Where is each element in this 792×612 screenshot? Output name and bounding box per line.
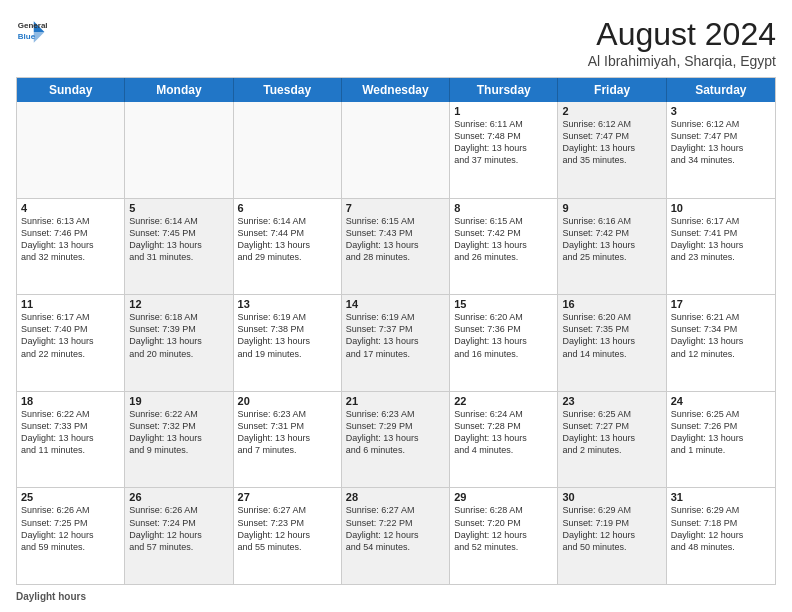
- day-number: 1: [454, 105, 553, 117]
- day-number: 26: [129, 491, 228, 503]
- calendar-week-2: 4Sunrise: 6:13 AM Sunset: 7:46 PM Daylig…: [17, 199, 775, 296]
- day-cell-2: 2Sunrise: 6:12 AM Sunset: 7:47 PM Daylig…: [558, 102, 666, 198]
- day-number: 15: [454, 298, 553, 310]
- day-info: Sunrise: 6:25 AM Sunset: 7:27 PM Dayligh…: [562, 408, 661, 457]
- day-number: 20: [238, 395, 337, 407]
- day-info: Sunrise: 6:21 AM Sunset: 7:34 PM Dayligh…: [671, 311, 771, 360]
- day-info: Sunrise: 6:26 AM Sunset: 7:24 PM Dayligh…: [129, 504, 228, 553]
- day-cell-20: 20Sunrise: 6:23 AM Sunset: 7:31 PM Dayli…: [234, 392, 342, 488]
- day-cell-12: 12Sunrise: 6:18 AM Sunset: 7:39 PM Dayli…: [125, 295, 233, 391]
- day-number: 23: [562, 395, 661, 407]
- day-cell-3: 3Sunrise: 6:12 AM Sunset: 7:47 PM Daylig…: [667, 102, 775, 198]
- day-number: 5: [129, 202, 228, 214]
- day-info: Sunrise: 6:12 AM Sunset: 7:47 PM Dayligh…: [671, 118, 771, 167]
- day-cell-14: 14Sunrise: 6:19 AM Sunset: 7:37 PM Dayli…: [342, 295, 450, 391]
- day-cell-17: 17Sunrise: 6:21 AM Sunset: 7:34 PM Dayli…: [667, 295, 775, 391]
- day-cell-15: 15Sunrise: 6:20 AM Sunset: 7:36 PM Dayli…: [450, 295, 558, 391]
- day-info: Sunrise: 6:27 AM Sunset: 7:22 PM Dayligh…: [346, 504, 445, 553]
- day-cell-28: 28Sunrise: 6:27 AM Sunset: 7:22 PM Dayli…: [342, 488, 450, 584]
- day-info: Sunrise: 6:16 AM Sunset: 7:42 PM Dayligh…: [562, 215, 661, 264]
- day-cell-31: 31Sunrise: 6:29 AM Sunset: 7:18 PM Dayli…: [667, 488, 775, 584]
- day-number: 10: [671, 202, 771, 214]
- day-of-week-thursday: Thursday: [450, 78, 558, 102]
- day-info: Sunrise: 6:17 AM Sunset: 7:41 PM Dayligh…: [671, 215, 771, 264]
- day-cell-10: 10Sunrise: 6:17 AM Sunset: 7:41 PM Dayli…: [667, 199, 775, 295]
- day-cell-30: 30Sunrise: 6:29 AM Sunset: 7:19 PM Dayli…: [558, 488, 666, 584]
- day-cell-13: 13Sunrise: 6:19 AM Sunset: 7:38 PM Dayli…: [234, 295, 342, 391]
- day-number: 16: [562, 298, 661, 310]
- day-cell-18: 18Sunrise: 6:22 AM Sunset: 7:33 PM Dayli…: [17, 392, 125, 488]
- day-number: 29: [454, 491, 553, 503]
- calendar-header: SundayMondayTuesdayWednesdayThursdayFrid…: [17, 78, 775, 102]
- day-number: 14: [346, 298, 445, 310]
- day-info: Sunrise: 6:15 AM Sunset: 7:43 PM Dayligh…: [346, 215, 445, 264]
- day-info: Sunrise: 6:19 AM Sunset: 7:37 PM Dayligh…: [346, 311, 445, 360]
- day-info: Sunrise: 6:29 AM Sunset: 7:18 PM Dayligh…: [671, 504, 771, 553]
- day-cell-26: 26Sunrise: 6:26 AM Sunset: 7:24 PM Dayli…: [125, 488, 233, 584]
- day-info: Sunrise: 6:22 AM Sunset: 7:33 PM Dayligh…: [21, 408, 120, 457]
- empty-cell: [234, 102, 342, 198]
- day-cell-23: 23Sunrise: 6:25 AM Sunset: 7:27 PM Dayli…: [558, 392, 666, 488]
- day-info: Sunrise: 6:29 AM Sunset: 7:19 PM Dayligh…: [562, 504, 661, 553]
- day-info: Sunrise: 6:27 AM Sunset: 7:23 PM Dayligh…: [238, 504, 337, 553]
- day-cell-25: 25Sunrise: 6:26 AM Sunset: 7:25 PM Dayli…: [17, 488, 125, 584]
- day-number: 4: [21, 202, 120, 214]
- day-number: 24: [671, 395, 771, 407]
- day-number: 6: [238, 202, 337, 214]
- day-info: Sunrise: 6:18 AM Sunset: 7:39 PM Dayligh…: [129, 311, 228, 360]
- day-cell-8: 8Sunrise: 6:15 AM Sunset: 7:42 PM Daylig…: [450, 199, 558, 295]
- day-info: Sunrise: 6:20 AM Sunset: 7:35 PM Dayligh…: [562, 311, 661, 360]
- day-cell-5: 5Sunrise: 6:14 AM Sunset: 7:45 PM Daylig…: [125, 199, 233, 295]
- day-of-week-friday: Friday: [558, 78, 666, 102]
- day-info: Sunrise: 6:24 AM Sunset: 7:28 PM Dayligh…: [454, 408, 553, 457]
- day-info: Sunrise: 6:28 AM Sunset: 7:20 PM Dayligh…: [454, 504, 553, 553]
- day-cell-6: 6Sunrise: 6:14 AM Sunset: 7:44 PM Daylig…: [234, 199, 342, 295]
- day-of-week-wednesday: Wednesday: [342, 78, 450, 102]
- title-block: August 2024 Al Ibrahimiyah, Sharqia, Egy…: [588, 16, 776, 69]
- day-info: Sunrise: 6:11 AM Sunset: 7:48 PM Dayligh…: [454, 118, 553, 167]
- empty-cell: [125, 102, 233, 198]
- day-of-week-sunday: Sunday: [17, 78, 125, 102]
- day-info: Sunrise: 6:26 AM Sunset: 7:25 PM Dayligh…: [21, 504, 120, 553]
- day-number: 2: [562, 105, 661, 117]
- day-of-week-monday: Monday: [125, 78, 233, 102]
- day-info: Sunrise: 6:13 AM Sunset: 7:46 PM Dayligh…: [21, 215, 120, 264]
- subtitle: Al Ibrahimiyah, Sharqia, Egypt: [588, 53, 776, 69]
- day-cell-1: 1Sunrise: 6:11 AM Sunset: 7:48 PM Daylig…: [450, 102, 558, 198]
- day-number: 8: [454, 202, 553, 214]
- calendar-week-5: 25Sunrise: 6:26 AM Sunset: 7:25 PM Dayli…: [17, 488, 775, 584]
- day-info: Sunrise: 6:20 AM Sunset: 7:36 PM Dayligh…: [454, 311, 553, 360]
- day-cell-24: 24Sunrise: 6:25 AM Sunset: 7:26 PM Dayli…: [667, 392, 775, 488]
- day-number: 18: [21, 395, 120, 407]
- calendar-body: 1Sunrise: 6:11 AM Sunset: 7:48 PM Daylig…: [17, 102, 775, 584]
- day-cell-7: 7Sunrise: 6:15 AM Sunset: 7:43 PM Daylig…: [342, 199, 450, 295]
- day-cell-11: 11Sunrise: 6:17 AM Sunset: 7:40 PM Dayli…: [17, 295, 125, 391]
- day-cell-16: 16Sunrise: 6:20 AM Sunset: 7:35 PM Dayli…: [558, 295, 666, 391]
- day-number: 22: [454, 395, 553, 407]
- day-info: Sunrise: 6:22 AM Sunset: 7:32 PM Dayligh…: [129, 408, 228, 457]
- svg-text:Blue: Blue: [18, 32, 36, 41]
- logo-icon: General Blue: [16, 16, 48, 48]
- day-info: Sunrise: 6:17 AM Sunset: 7:40 PM Dayligh…: [21, 311, 120, 360]
- empty-cell: [17, 102, 125, 198]
- day-info: Sunrise: 6:23 AM Sunset: 7:31 PM Dayligh…: [238, 408, 337, 457]
- empty-cell: [342, 102, 450, 198]
- day-number: 7: [346, 202, 445, 214]
- day-cell-29: 29Sunrise: 6:28 AM Sunset: 7:20 PM Dayli…: [450, 488, 558, 584]
- day-info: Sunrise: 6:12 AM Sunset: 7:47 PM Dayligh…: [562, 118, 661, 167]
- day-cell-22: 22Sunrise: 6:24 AM Sunset: 7:28 PM Dayli…: [450, 392, 558, 488]
- svg-text:General: General: [18, 21, 48, 30]
- calendar-week-1: 1Sunrise: 6:11 AM Sunset: 7:48 PM Daylig…: [17, 102, 775, 199]
- day-number: 11: [21, 298, 120, 310]
- day-cell-9: 9Sunrise: 6:16 AM Sunset: 7:42 PM Daylig…: [558, 199, 666, 295]
- day-number: 12: [129, 298, 228, 310]
- day-number: 21: [346, 395, 445, 407]
- calendar-week-4: 18Sunrise: 6:22 AM Sunset: 7:33 PM Dayli…: [17, 392, 775, 489]
- calendar: SundayMondayTuesdayWednesdayThursdayFrid…: [16, 77, 776, 585]
- day-cell-21: 21Sunrise: 6:23 AM Sunset: 7:29 PM Dayli…: [342, 392, 450, 488]
- header: General Blue August 2024 Al Ibrahimiyah,…: [16, 16, 776, 69]
- day-number: 19: [129, 395, 228, 407]
- main-title: August 2024: [588, 16, 776, 53]
- day-number: 27: [238, 491, 337, 503]
- logo: General Blue: [16, 16, 48, 48]
